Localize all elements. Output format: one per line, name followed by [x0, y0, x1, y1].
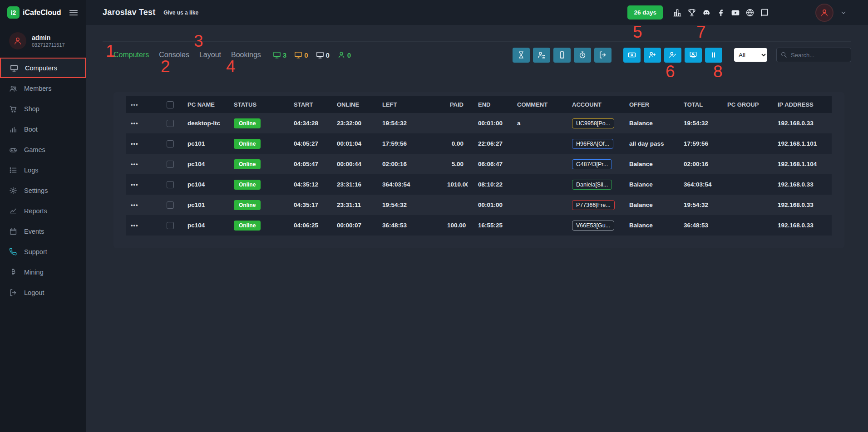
cell-left: 19:54:32 [378, 113, 443, 133]
cell-total: 02:00:16 [679, 154, 723, 174]
sidebar-item-boot[interactable]: Boot [0, 119, 86, 139]
tab-layout[interactable]: Layout [199, 51, 221, 59]
sidebar-item-games[interactable]: Games [0, 139, 86, 160]
discord-icon[interactable] [702, 8, 711, 17]
sidebar-item-reports[interactable]: Reports [0, 201, 86, 221]
group-filter-select[interactable]: All [734, 48, 767, 62]
add-member-button[interactable] [644, 48, 661, 63]
row-checkbox[interactable] [167, 181, 174, 188]
cell-left: 17:59:56 [378, 133, 443, 154]
sidebar-item-logs[interactable]: Logs [0, 160, 86, 180]
sidebar-nav: ComputersMembersShopBootGamesLogsSetting… [0, 58, 86, 303]
cell-ip: 192.168.0.33 [773, 215, 832, 236]
search-input[interactable] [776, 48, 851, 62]
cell-pc_group [723, 174, 773, 195]
counter-pcs-offline: 0 [316, 51, 330, 59]
row-actions-button[interactable]: ••• [131, 222, 138, 229]
hamburger-menu-icon[interactable] [69, 8, 79, 18]
add-guest-button[interactable] [664, 48, 681, 63]
sidebar-item-shop[interactable]: Shop [0, 98, 86, 119]
sidebar-item-computers[interactable]: Computers [0, 58, 86, 78]
row-checkbox[interactable] [167, 140, 174, 147]
sidebar-item-settings[interactable]: Settings [0, 180, 86, 201]
row-actions-button[interactable]: ••• [131, 161, 138, 167]
pause-button[interactable] [705, 48, 722, 63]
account-badge[interactable]: G48743[Pr... [572, 159, 612, 169]
column-header-paid: PAID [443, 96, 468, 113]
cell-total: 17:59:56 [679, 133, 723, 154]
book-icon[interactable] [760, 8, 769, 17]
sidebar: i2 iCafeCloud admin 032712711517 Compute… [0, 0, 86, 432]
cell-comment [513, 154, 567, 174]
like-link[interactable]: Give us a like [163, 10, 198, 16]
topbar: Jaroslav Test Give us a like 26 days [86, 0, 868, 25]
row-checkbox[interactable] [167, 222, 174, 229]
account-badge[interactable]: UC9958[Po... [572, 118, 614, 128]
cell-offer: Balance [625, 154, 679, 174]
globe-icon[interactable] [745, 8, 755, 17]
tab-computers[interactable]: Computers [113, 51, 149, 59]
stats-icon[interactable] [673, 8, 682, 17]
status-counters: 3000 [273, 51, 351, 59]
sidebar-item-events[interactable]: Events [0, 221, 86, 241]
counter-value: 0 [347, 51, 351, 59]
hourglass-button[interactable] [513, 48, 530, 63]
sidebar-item-mining[interactable]: Mining [0, 262, 86, 282]
mobile-button[interactable] [553, 48, 571, 63]
account-badge[interactable]: H96F8A[Of... [572, 139, 613, 149]
cell-paid: 5.00 [443, 154, 468, 174]
main-area: Jaroslav Test Give us a like 26 days Com… [86, 0, 868, 432]
cell-pc_name: desktop-ltc [183, 113, 229, 133]
bars-icon [9, 125, 18, 133]
cell-comment [513, 174, 567, 195]
sign-out-button[interactable] [594, 48, 612, 63]
cell-total: 36:48:53 [679, 215, 723, 236]
pause-icon [710, 51, 718, 59]
timer-button[interactable] [574, 48, 591, 63]
cell-comment [513, 195, 567, 215]
column-header-online: ONLINE [332, 96, 378, 113]
cell-ip: 192.168.0.33 [773, 195, 832, 215]
computers-table: •••PC NAMESTATUSSTARTONLINELEFTPAIDENDCO… [126, 96, 832, 236]
row-actions-button[interactable]: ••• [131, 120, 138, 127]
cell-pc_group [723, 195, 773, 215]
tab-consoles[interactable]: Consoles [159, 51, 189, 59]
monitor-icon [273, 51, 281, 59]
client-search-button[interactable] [685, 48, 702, 63]
guest-timer-button[interactable] [533, 48, 550, 63]
sidebar-user: admin 032712711517 [0, 25, 86, 58]
account-avatar[interactable] [815, 4, 833, 22]
row-checkbox[interactable] [167, 201, 174, 209]
people-icon [9, 84, 18, 93]
cash-button[interactable] [623, 48, 641, 63]
sidebar-item-label: Events [24, 228, 44, 235]
row-checkbox[interactable] [167, 120, 174, 127]
row-actions-button[interactable]: ••• [131, 181, 138, 188]
sidebar-item-support[interactable]: Support [0, 241, 86, 262]
account-badge[interactable]: Daniela[Sil... [572, 180, 612, 190]
row-checkbox[interactable] [167, 161, 174, 168]
cell-start: 04:06:25 [289, 215, 332, 236]
facebook-icon[interactable] [716, 8, 725, 17]
sidebar-item-label: Games [24, 146, 45, 153]
youtube-icon[interactable] [731, 8, 740, 17]
search-box [776, 48, 851, 62]
subscription-days-button[interactable]: 26 days [627, 5, 663, 20]
table-row: •••pc104Online04:05:4700:00:4402:00:165.… [126, 154, 832, 174]
select-all-checkbox[interactable] [167, 101, 174, 108]
tab-bookings[interactable]: Bookings [231, 51, 261, 59]
account-badge[interactable]: P77366[Fre... [572, 200, 615, 210]
sidebar-item-logout[interactable]: Logout [0, 282, 86, 303]
table-row: •••desktop-ltcOnline04:34:2823:32:0019:5… [126, 113, 832, 133]
row-actions-button[interactable]: ••• [131, 140, 138, 147]
chevron-down-icon[interactable] [840, 9, 847, 16]
sidebar-item-members[interactable]: Members [0, 78, 86, 98]
row-actions-button[interactable]: ••• [131, 201, 138, 208]
tab-bar: ComputersConsolesLayoutBookings [113, 51, 261, 59]
status-badge: Online [234, 180, 261, 190]
account-badge[interactable]: V66E53[Gu... [572, 221, 614, 231]
trophy-icon[interactable] [687, 8, 696, 17]
sidebar-header: i2 iCafeCloud [0, 0, 86, 25]
cell-paid: 0.00 [443, 133, 468, 154]
cell-comment [513, 215, 567, 236]
